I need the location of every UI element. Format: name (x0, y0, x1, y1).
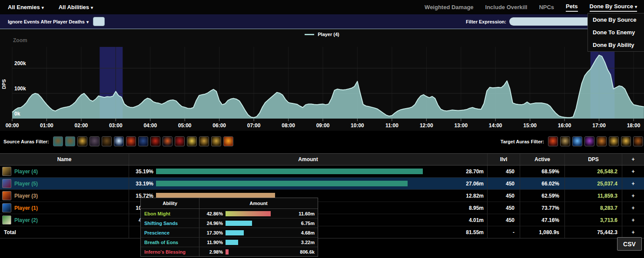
active-percent: 73.77% (520, 202, 565, 214)
player-name[interactable]: Player (4) (14, 169, 38, 175)
filter-expression-label: Filter Expression: (466, 19, 506, 24)
fire-rune-aura-icon[interactable] (223, 136, 233, 146)
deaths-filter-dropdown[interactable]: Ignore Events After Player Deaths▾ (8, 19, 89, 24)
expand-row-button[interactable]: + (622, 202, 644, 214)
dark-orb-aura-icon[interactable] (90, 136, 100, 146)
legend-label: Player (4) (318, 32, 339, 37)
damage-amount: 28.70m (451, 169, 487, 175)
col-header-active[interactable]: Active (520, 154, 565, 165)
expand-row-button[interactable]: + (622, 178, 644, 189)
x-axis-tick-label: 11:00 (385, 122, 398, 129)
done-by-source-dropdown[interactable]: Done By Source▾ (590, 3, 637, 12)
player-name[interactable]: Player (1) (14, 205, 38, 211)
golden-silhouette-aura-icon[interactable] (609, 136, 619, 146)
nav-item-include-overkill[interactable]: Include Overkill (485, 4, 528, 10)
golden-silhouette-aura-icon[interactable] (621, 136, 631, 146)
ability-percent: 2.98% (199, 249, 223, 255)
deaths-filter-checkbox[interactable] (93, 17, 105, 26)
source-auras-label: Source Auras Filter: (3, 139, 49, 144)
ember-ring-aura-icon[interactable] (597, 136, 607, 146)
chart-legend[interactable]: Player (4) (0, 32, 644, 37)
ability-percent: 42.86% (199, 211, 223, 216)
chevron-down-icon: ▾ (42, 5, 44, 10)
dragon-wings-aura-icon[interactable] (138, 136, 148, 146)
nav-item-pets[interactable]: Pets (566, 3, 578, 12)
total-amount: 81.55m (451, 229, 487, 235)
bronze-temporal-claw-aura-icon[interactable] (65, 136, 75, 146)
bronze-temporal-claw-aura-icon[interactable] (53, 136, 63, 146)
x-axis-tick-label: 03:00 (109, 122, 123, 129)
x-axis-tick-label: 15:00 (523, 122, 537, 129)
golden-chevrons-aura-icon[interactable] (211, 136, 221, 146)
class-icon (2, 215, 11, 225)
blue-starburst-aura-icon[interactable] (114, 136, 124, 146)
ability-name: Shifting Sands (141, 218, 199, 228)
y-axis-tick-label: 0k (14, 111, 20, 117)
menu-item-done-by-source[interactable]: Done By Source (588, 13, 644, 26)
expand-row-button[interactable]: + (622, 214, 644, 226)
frost-swirl-aura-icon[interactable] (572, 136, 582, 146)
expand-row-button[interactable]: + (622, 165, 644, 177)
x-axis-tick-label: 16:00 (558, 122, 571, 129)
x-axis-tick-label: 01:00 (40, 122, 53, 129)
col-header-amount[interactable]: Amount (129, 154, 488, 165)
player-name[interactable]: Player (3) (14, 193, 38, 199)
golden-figure-aura-icon[interactable] (77, 136, 87, 146)
table-row[interactable]: Player (5)33.19%27.06m45066.02%25,037.4+ (0, 178, 644, 190)
nav-item-npcs[interactable]: NPCs (539, 4, 554, 10)
ability-amount: 11.60m (290, 211, 318, 216)
damage-amount: 12.82m (451, 193, 487, 199)
player-name[interactable]: Player (2) (14, 217, 38, 223)
table-row[interactable]: Player (3)15.72%12.82m45062.59%11,859.3+ (0, 190, 644, 202)
nav-item-weighted-damage[interactable]: Weighted Damage (425, 4, 473, 10)
damage-percent: 35.19% (129, 169, 153, 175)
x-axis-tick-label: 08:00 (282, 122, 295, 129)
red-flame-burst-aura-icon[interactable] (126, 136, 136, 146)
source-auras-filter: Source Auras Filter: (3, 136, 233, 146)
col-header-dps[interactable]: DPS (565, 154, 622, 165)
ability-percent: 11.90% (199, 240, 223, 245)
tan-claws-aura-icon[interactable] (560, 136, 570, 146)
total-label: Total (0, 226, 129, 238)
table-row[interactable]: Player (4)35.19%28.70m45068.59%26,548.2+ (0, 165, 644, 178)
table-row[interactable]: Player (1)10.97%8.95m45073.77%8,283.7+ (0, 202, 644, 214)
expand-row-button[interactable]: + (622, 190, 644, 202)
col-header-ilvl[interactable]: Ilvl (488, 154, 520, 165)
ability-name: Ebon Might (141, 209, 199, 218)
bronze-dragon-aura-icon[interactable] (102, 136, 112, 146)
all-abilities-dropdown[interactable]: All Abilities▾ (59, 4, 93, 10)
ability-name: Inferno's Blessing (141, 247, 199, 256)
damage-amount: 8.95m (451, 205, 487, 211)
ilvl-value: 450 (488, 190, 520, 202)
all-enemies-dropdown[interactable]: All Enemies▾ (8, 4, 44, 10)
col-header-plus[interactable]: + (622, 154, 644, 165)
dark-flame-figure-aura-icon[interactable] (633, 136, 643, 146)
red-slash-aura-icon[interactable] (150, 136, 160, 146)
red-flame-burst-aura-icon[interactable] (548, 136, 558, 146)
player-name[interactable]: Player (5) (14, 181, 38, 187)
menu-item-done-to-enemy[interactable]: Done To Enemy (588, 26, 644, 39)
x-axis-tick-label: 13:00 (454, 122, 468, 129)
golden-dragon-aura-icon[interactable] (199, 136, 209, 146)
tooltip-col-amount: Amount (199, 198, 318, 208)
active-percent: 66.02% (520, 178, 565, 189)
ability-percent: 17.30% (199, 230, 223, 235)
table-row[interactable]: Player (2)4.92%4.01m45047.16%3,713.6+ (0, 214, 644, 226)
x-axis-tick-label: 10:00 (351, 122, 364, 129)
shooting-star-aura-icon[interactable] (163, 136, 173, 146)
expand-row-button[interactable]: + (622, 226, 644, 238)
tooltip-row: Ebon Might42.86%11.60m (141, 209, 318, 218)
damage-amount: 27.06m (451, 181, 487, 187)
dps-chart[interactable]: Player (4) 00:0001:0002:0003:0004:0005:0… (0, 29, 644, 131)
csv-export-button[interactable]: CSV (617, 237, 642, 251)
red-armor-aura-icon[interactable] (175, 136, 185, 146)
menu-item-done-by-ability[interactable]: Done By Ability (588, 39, 644, 51)
tooltip-row: Prescience17.30%4.68m (141, 228, 318, 238)
chart-canvas[interactable]: 00:0001:0002:0003:0004:0005:0006:0007:00… (0, 29, 644, 131)
ability-bar (226, 230, 244, 235)
golden-prism-aura-icon[interactable] (187, 136, 197, 146)
aura-filters: Source Auras Filter: Target Auras Filter… (0, 131, 644, 153)
col-header-name[interactable]: Name (0, 154, 129, 165)
void-swirl-aura-icon[interactable] (584, 136, 594, 146)
done-by-menu: Done By Source Done To Enemy Done By Abi… (588, 13, 644, 52)
